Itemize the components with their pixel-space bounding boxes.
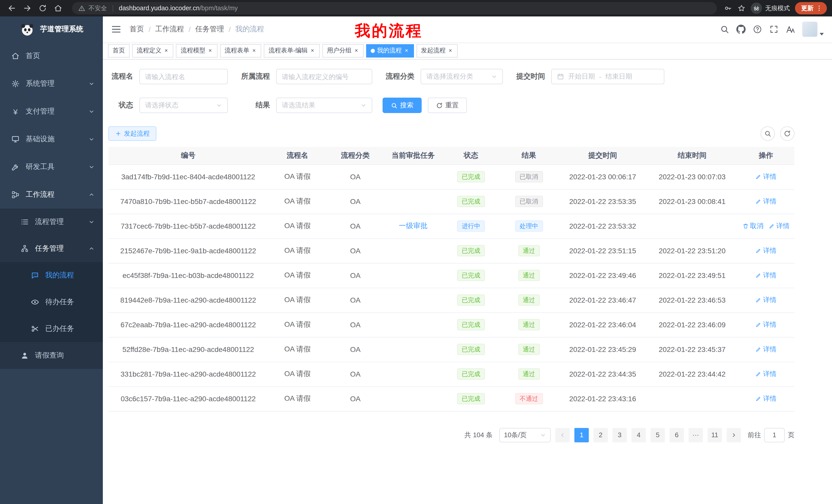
help-icon[interactable] [753, 25, 762, 34]
home-button[interactable] [51, 2, 65, 15]
security-label[interactable]: 不安全 [88, 4, 107, 12]
app-logo[interactable]: 芋道管理系统 [0, 17, 103, 42]
prev-page-button[interactable] [555, 428, 570, 442]
sidebar-item-system[interactable]: 系统管理 [0, 70, 103, 97]
status-select[interactable]: 请选择状态 [139, 97, 228, 113]
detail-link[interactable]: 详情 [755, 345, 777, 354]
page-button-6[interactable]: 6 [670, 428, 684, 442]
status-tag: 已完成 [457, 368, 485, 380]
sidebar-item-todo-tasks[interactable]: 待办任务 [0, 289, 103, 315]
tab-my-process[interactable]: 我的流程× [366, 44, 414, 57]
cell-task [384, 288, 443, 312]
more-pages-button[interactable]: ··· [688, 428, 703, 442]
sidebar-item-payment[interactable]: ¥ 支付管理 [0, 97, 103, 125]
detail-link[interactable]: 详情 [755, 369, 777, 379]
bookmark-star-icon[interactable] [737, 4, 746, 12]
sidebar-item-home[interactable]: 首页 [0, 42, 103, 70]
reload-button[interactable] [36, 2, 49, 15]
detail-link[interactable]: 详情 [755, 246, 777, 255]
filter-label-name: 流程名 [108, 72, 133, 81]
tab-start-process[interactable]: 发起流程× [416, 44, 458, 57]
refresh-table-button[interactable] [780, 127, 795, 141]
forward-button[interactable] [21, 2, 34, 15]
detail-link[interactable]: 详情 [755, 296, 777, 305]
hamburger-icon[interactable] [111, 24, 121, 34]
detail-link[interactable]: 详情 [755, 320, 777, 329]
page-size-select[interactable]: 10条/页 [499, 428, 551, 442]
cell-task [384, 337, 443, 362]
browser-toolbar: 不安全 dashboard.yudao.iocoder.cn/bpm/task/… [0, 0, 832, 17]
close-icon[interactable]: × [207, 47, 213, 54]
back-button[interactable] [5, 2, 19, 15]
close-icon[interactable]: × [448, 47, 453, 54]
page-button-3[interactable]: 3 [613, 428, 627, 442]
submit-time-range-picker[interactable]: 开始日期 - 结束日期 [551, 69, 665, 84]
tab-process-definition[interactable]: 流程定义× [132, 44, 174, 57]
page-button-11[interactable]: 11 [707, 428, 722, 442]
close-icon[interactable]: × [310, 47, 315, 54]
page-button-1[interactable]: 1 [574, 428, 589, 442]
sidebar-item-my-process[interactable]: 我的流程 [0, 262, 103, 289]
toggle-search-button[interactable] [760, 127, 775, 141]
next-page-button[interactable] [727, 428, 741, 442]
cell-category: OA [327, 239, 384, 263]
page-button-2[interactable]: 2 [593, 428, 608, 442]
github-icon[interactable] [736, 25, 746, 34]
breadcrumb-item[interactable]: 首页 [130, 25, 144, 34]
detail-link[interactable]: 详情 [755, 394, 777, 403]
user-menu[interactable] [802, 22, 824, 37]
detail-link[interactable]: 详情 [755, 172, 777, 181]
page-button-5[interactable]: 5 [650, 428, 665, 442]
process-definition-input[interactable] [276, 69, 372, 84]
browser-update-button[interactable]: 更新 [795, 2, 827, 15]
date-start-placeholder: 开始日期 [568, 72, 595, 81]
task-link[interactable]: 一级审批 [399, 221, 427, 230]
sidebar-item-infrastructure[interactable]: 基础设施 [0, 125, 103, 153]
tab-user-group[interactable]: 用户分组× [322, 44, 364, 57]
cell-category: OA [327, 214, 384, 239]
sidebar-item-devtools[interactable]: 研发工具 [0, 153, 103, 181]
process-category-select[interactable]: 请选择流程分类 [421, 69, 503, 84]
edit-icon [755, 174, 761, 180]
result-select[interactable]: 请选流结果 [276, 97, 372, 113]
more-vert-icon[interactable] [815, 5, 823, 12]
tab-process-model[interactable]: 流程模型× [176, 44, 217, 57]
search-button[interactable]: 搜索 [383, 97, 422, 113]
close-icon[interactable]: × [404, 47, 409, 54]
jump-page-input[interactable] [764, 428, 785, 442]
address-bar[interactable]: 不安全 dashboard.yudao.iocoder.cn/bpm/task/… [72, 2, 717, 15]
cell-id: 52ffd28e-7b9a-11ec-a290-acde48001122 [108, 337, 268, 362]
detail-link[interactable]: 详情 [755, 197, 777, 206]
column-header-submit-time: 提交时间 [558, 147, 647, 164]
sidebar-item-done-tasks[interactable]: 已办任务 [0, 315, 103, 342]
font-size-icon[interactable] [786, 25, 795, 34]
search-icon[interactable] [720, 25, 729, 34]
process-name-input[interactable] [139, 69, 228, 84]
sidebar-item-leave-query[interactable]: 请假查询 [0, 342, 103, 369]
tab-home[interactable]: 首页 [108, 44, 130, 57]
tab-process-form-edit[interactable]: 流程表单-编辑× [264, 44, 320, 57]
start-process-button[interactable]: 发起流程 [108, 127, 156, 141]
key-icon[interactable] [724, 4, 732, 12]
detail-link[interactable]: 详情 [755, 271, 777, 280]
sidebar-item-workflow[interactable]: 工作流程 [0, 181, 103, 208]
close-icon[interactable]: × [354, 47, 359, 54]
cancel-link[interactable]: 取消 [742, 221, 763, 231]
detail-link[interactable]: 详情 [769, 221, 789, 231]
sidebar-item-label: 支付管理 [26, 107, 54, 116]
close-icon[interactable]: × [163, 47, 169, 54]
breadcrumb-item[interactable]: 任务管理 [196, 25, 224, 34]
avatar[interactable] [802, 22, 817, 37]
page-button-4[interactable]: 4 [631, 428, 646, 442]
result-tag: 通过 [518, 245, 540, 256]
fullscreen-icon[interactable] [769, 25, 779, 34]
sidebar-item-task-management[interactable]: 任务管理 [0, 235, 103, 262]
breadcrumb-item[interactable]: 工作流程 [155, 25, 184, 34]
process-table: 编号 流程名 流程分类 当前审批任务 状态 结果 提交时间 结束时间 操作 [108, 147, 795, 411]
tab-process-form[interactable]: 流程表单× [220, 44, 261, 57]
cell-end-time: 2022-01-22 23:45:37 [647, 337, 737, 362]
wrench-icon [11, 163, 20, 171]
sidebar-item-process-management[interactable]: 流程管理 [0, 208, 103, 235]
close-icon[interactable]: × [252, 47, 257, 54]
reset-button[interactable]: 重置 [428, 97, 467, 113]
